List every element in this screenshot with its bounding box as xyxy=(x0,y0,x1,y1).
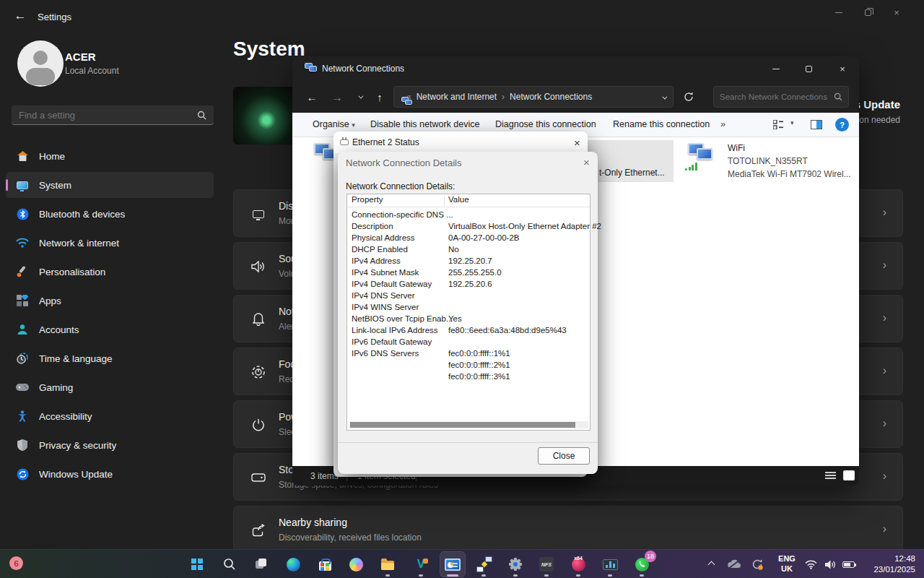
address-bar[interactable]: « Network and Internet › Network Connect… xyxy=(393,86,674,108)
nfs-icon: NFS xyxy=(539,557,554,571)
tray-battery-icon[interactable] xyxy=(839,556,858,573)
sidebar-item-privacy[interactable]: Privacy & security xyxy=(6,432,214,458)
scrollbar-thumb[interactable] xyxy=(350,422,575,428)
explorer-search-box[interactable] xyxy=(713,86,849,108)
settings-back-icon[interactable]: ← xyxy=(10,9,30,26)
settings-minimize-button[interactable] xyxy=(824,3,853,22)
tray-clock[interactable]: 12:48 23/01/2025 xyxy=(873,553,915,575)
back-icon[interactable]: ← xyxy=(302,88,321,105)
network-places-button[interactable] xyxy=(471,551,497,577)
cheat-engine-button[interactable]: x64 xyxy=(565,551,591,577)
tray-wifi-icon[interactable] xyxy=(801,556,820,573)
sidebar-item-system[interactable]: System xyxy=(6,172,214,198)
table-row[interactable]: IPv6 DNS Serversfec0:0:0:ffff::1%1 xyxy=(347,348,590,360)
table-row[interactable]: IPv4 Address192.25.20.7 xyxy=(347,256,590,267)
view-layout-icon[interactable] xyxy=(773,120,784,129)
preview-pane-icon[interactable] xyxy=(811,120,822,129)
table-row[interactable]: IPv6 Default Gateway xyxy=(347,337,590,348)
details-view-toggle-icon[interactable] xyxy=(825,470,836,480)
veracrypt-button[interactable]: V xyxy=(408,551,434,577)
explorer-search-input[interactable] xyxy=(720,92,834,101)
folder-icon xyxy=(381,561,394,570)
forward-icon[interactable]: → xyxy=(328,88,346,105)
language-indicator[interactable]: ENG UK xyxy=(777,553,797,574)
onedrive-paused-icon[interactable] xyxy=(725,556,744,573)
settings-close-button[interactable]: × xyxy=(882,3,911,22)
view-dropdown-icon[interactable]: ▾ xyxy=(790,119,794,126)
table-row[interactable]: Physical Address0A-00-27-00-00-2B xyxy=(347,233,590,244)
horizontal-scrollbar[interactable] xyxy=(349,421,588,428)
sidebar-item-accessibility[interactable]: Accessibility xyxy=(6,403,214,429)
sync-pending-icon[interactable] xyxy=(748,556,767,573)
help-icon[interactable]: ? xyxy=(835,118,849,131)
avatar[interactable] xyxy=(17,40,64,87)
nfs-app-button[interactable]: NFS xyxy=(533,551,559,577)
table-row[interactable]: IPv4 Default Gateway192.25.20.6 xyxy=(347,279,590,290)
table-row[interactable]: IPv4 WINS Server xyxy=(347,302,590,314)
sidebar-item-time-language[interactable]: Time & language xyxy=(6,345,214,371)
column-property[interactable]: Property xyxy=(352,195,383,204)
explorer-maximize-button[interactable] xyxy=(793,59,824,78)
toolbar-overflow-icon[interactable]: » xyxy=(720,119,725,129)
recent-locations-chevron-icon[interactable] xyxy=(350,88,369,105)
edge-button[interactable] xyxy=(280,551,306,577)
rename-connection-button[interactable]: Rename this connection xyxy=(613,119,710,129)
sidebar-item-network[interactable]: Network & internet xyxy=(6,230,214,256)
start-button[interactable] xyxy=(184,551,210,577)
sidebar-item-gaming[interactable]: Gaming xyxy=(6,374,214,400)
table-row[interactable]: DHCP EnabledNo xyxy=(347,244,590,256)
table-row[interactable]: NetBIOS over Tcpip Enab...Yes xyxy=(347,314,590,325)
diagnose-connection-button[interactable]: Diagnose this connection xyxy=(495,119,596,129)
close-button[interactable]: Close xyxy=(538,447,590,465)
settings-restore-button[interactable] xyxy=(853,3,882,22)
copilot-button[interactable] xyxy=(343,551,369,577)
settings-search-input[interactable] xyxy=(19,110,197,121)
explorer-close-button[interactable]: × xyxy=(827,59,858,78)
up-icon[interactable]: ↑ xyxy=(370,88,389,105)
network-status-button[interactable] xyxy=(440,551,466,577)
close-icon[interactable]: × xyxy=(583,156,590,168)
column-value[interactable]: Value xyxy=(448,195,469,204)
task-view-button[interactable] xyxy=(248,551,274,577)
wifi-ssid: TOTOLINK_N355RT xyxy=(728,156,808,166)
details-table[interactable]: Property Value Connection-specific DNS .… xyxy=(346,194,590,431)
taskbar-search-button[interactable] xyxy=(217,551,243,577)
wifi-name[interactable]: WiFi xyxy=(728,143,745,153)
taskbar-corner-badge[interactable]: 6 xyxy=(9,556,23,570)
sidebar-item-windows-update[interactable]: Windows Update xyxy=(6,461,214,487)
settings-gear-button[interactable] xyxy=(502,551,528,577)
table-row[interactable]: Link-local IPv6 Addressfe80::6eed:6a3a:4… xyxy=(347,325,590,337)
performance-monitor-button[interactable] xyxy=(597,551,623,577)
ethernet-dialog-titlebar[interactable]: Ethernet 2 Status × xyxy=(334,131,588,153)
thumbnail-view-toggle-icon[interactable] xyxy=(843,470,855,480)
table-row[interactable]: fec0:0:0:ffff::2%1 xyxy=(347,360,590,371)
organise-menu[interactable]: Organise ▾ xyxy=(313,119,355,129)
wifi-item[interactable] xyxy=(688,143,717,169)
close-icon[interactable]: × xyxy=(574,137,580,149)
breadcrumb-network-and-internet[interactable]: Network and Internet xyxy=(417,92,497,102)
breadcrumb-network-connections[interactable]: Network Connections xyxy=(510,92,592,102)
table-row[interactable]: IPv4 Subnet Mask255.255.255.0 xyxy=(347,267,590,279)
table-row[interactable]: IPv4 DNS Server xyxy=(347,290,590,302)
sidebar-item-personalisation[interactable]: Personalisation xyxy=(6,259,214,285)
sidebar-item-apps[interactable]: Apps xyxy=(6,288,214,314)
explorer-minimize-button[interactable] xyxy=(760,59,792,78)
tray-volume-icon[interactable] xyxy=(821,556,840,573)
sidebar-item-bluetooth[interactable]: Bluetooth & devices xyxy=(6,201,214,227)
microsoft-store-button[interactable] xyxy=(312,551,338,577)
refresh-icon[interactable] xyxy=(679,88,698,105)
tray-chevron-up-icon[interactable] xyxy=(702,556,720,573)
explorer-titlebar[interactable]: Network Connections × xyxy=(292,56,859,81)
disable-device-button[interactable]: Disable this network device xyxy=(370,119,479,129)
settings-search-box[interactable] xyxy=(12,105,214,125)
sidebar-item-home[interactable]: Home xyxy=(6,143,214,169)
sidebar-item-accounts[interactable]: Accounts xyxy=(6,316,214,342)
table-row[interactable]: Connection-specific DNS ... xyxy=(347,210,590,221)
address-dropdown-chevron-icon[interactable] xyxy=(662,92,666,102)
running-indicator xyxy=(544,574,549,577)
file-explorer-button[interactable] xyxy=(375,551,401,577)
table-row[interactable]: fec0:0:0:ffff::3%1 xyxy=(347,371,590,383)
card-nearby-sharing[interactable]: Nearby sharing Discoverability, received… xyxy=(233,506,903,553)
details-table-header[interactable]: Property Value xyxy=(347,194,590,207)
table-row[interactable]: DescriptionVirtualBox Host-Only Ethernet… xyxy=(347,221,590,233)
